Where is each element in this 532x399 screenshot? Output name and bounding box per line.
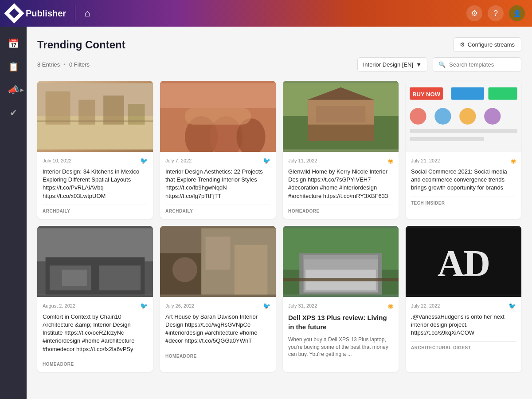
svg-text:BUY NOW: BUY NOW <box>412 91 441 98</box>
svg-rect-4 <box>103 95 124 124</box>
svg-point-25 <box>434 108 451 124</box>
svg-rect-40 <box>235 245 268 294</box>
svg-rect-48 <box>283 278 399 281</box>
page-title: Trending Content <box>37 39 125 51</box>
category-dropdown[interactable]: Interior Design [EN] ▼ <box>357 57 427 72</box>
entries-count: 8 Entries <box>37 61 60 68</box>
card-body: August 2, 2022 🐦 Comfort in Context by C… <box>37 297 153 372</box>
card-date: July 7, 2022 <box>165 158 192 163</box>
card-body: July 26, 2022 🐦 Art House by Sarah Davis… <box>160 297 276 364</box>
card-body: July 7, 2022 🐦 Interior Design Aesthetic… <box>160 152 276 219</box>
card-meta: July 10, 2022 🐦 <box>43 157 148 164</box>
sidebar-item-content[interactable]: 📋 <box>4 57 23 76</box>
table-row[interactable]: AD July 22, 2022 🐦 .@VanessaHudgens is o… <box>406 226 521 372</box>
card-tag: HOMEADORE <box>288 205 393 213</box>
card-meta: July 7, 2022 🐦 <box>165 157 270 164</box>
sidebar-item-calendar[interactable]: 📅 <box>4 34 23 53</box>
svg-rect-29 <box>410 137 484 141</box>
filter-info: 8 Entries • 0 Filters <box>37 61 90 68</box>
card-meta: July 11, 2022 ◉ <box>288 157 393 164</box>
card-title: .@VanessaHudgens is onto her next interi… <box>411 313 516 337</box>
svg-rect-34 <box>99 265 141 290</box>
card-tag: HOMEADORE <box>165 350 270 359</box>
header-divider <box>75 5 75 21</box>
card-title: Social Commerce 2021: Social media and e… <box>411 168 516 192</box>
chevron-down-icon: ▼ <box>416 61 422 68</box>
card-body: July 22, 2022 🐦 .@VanessaHudgens is onto… <box>406 297 521 356</box>
table-row[interactable]: July 10, 2022 🐦 Interior Design: 34 Kitc… <box>37 81 153 219</box>
cards-grid: July 10, 2022 🐦 Interior Design: 34 Kitc… <box>37 81 521 372</box>
svg-rect-11 <box>185 108 251 124</box>
card-excerpt: When you buy a Dell XPS 13 Plus laptop, … <box>288 336 393 358</box>
sidebar-item-approvals[interactable]: ✔ <box>4 103 23 122</box>
category-label: Interior Design [EN] <box>363 61 413 68</box>
home-icon[interactable]: ⌂ <box>84 8 90 19</box>
svg-rect-17 <box>316 106 366 122</box>
campaigns-icon: 📣 <box>8 84 19 95</box>
sidebar: 📅 📋 📣 ▶ ✔ <box>0 27 27 399</box>
svg-point-41 <box>172 257 197 282</box>
configure-streams-button[interactable]: ⚙ Configure streams <box>453 37 521 52</box>
avatar[interactable]: 👤 <box>509 5 525 21</box>
rss-icon: ◉ <box>388 157 393 164</box>
settings-button[interactable]: ⚙ <box>466 5 482 21</box>
svg-point-26 <box>459 108 476 124</box>
configure-streams-label: Configure streams <box>468 41 515 48</box>
card-title: Dell XPS 13 Plus review: Living in the f… <box>288 313 393 332</box>
svg-rect-28 <box>410 129 517 133</box>
app-name: Publisher <box>26 8 66 19</box>
twitter-icon: 🐦 <box>140 157 148 164</box>
card-title: Interior Design Aesthetics: 22 Projects … <box>165 168 270 200</box>
svg-rect-46 <box>304 255 378 259</box>
card-meta: July 22, 2022 🐦 <box>411 302 516 309</box>
app-logo[interactable]: Publisher <box>7 6 66 20</box>
card-date: July 10, 2022 <box>43 158 71 163</box>
card-tag: ARCHDAILY <box>43 205 148 213</box>
card-meta: July 21, 2022 ◉ <box>411 157 516 164</box>
card-date: July 31, 2022 <box>288 303 317 308</box>
card-date: July 21, 2022 <box>411 158 440 163</box>
card-title: Glenwild Home by Kerry Nicole Interior D… <box>288 168 393 200</box>
search-input[interactable] <box>449 61 516 68</box>
main-content: Trending Content ⚙ Configure streams 8 E… <box>27 27 532 399</box>
sidebar-item-campaigns[interactable]: 📣 ▶ <box>4 80 23 99</box>
card-date: July 11, 2022 <box>288 158 317 163</box>
table-row[interactable]: August 2, 2022 🐦 Comfort in Context by C… <box>37 226 153 372</box>
svg-rect-23 <box>488 87 517 100</box>
card-title: Art House by Sarah Davison Interior Desi… <box>165 313 270 345</box>
card-date: August 2, 2022 <box>43 303 75 308</box>
table-row[interactable]: July 26, 2022 🐦 Art House by Sarah Davis… <box>160 226 276 372</box>
filter-separator: • <box>63 61 66 68</box>
expand-arrow-icon: ▶ <box>20 87 24 92</box>
content-icon: 📋 <box>8 61 19 72</box>
rss-icon: ◉ <box>511 157 516 164</box>
card-date: July 26, 2022 <box>165 303 194 308</box>
table-row[interactable]: BUY NOW July 21, 2022 ◉ <box>406 81 521 219</box>
help-button[interactable]: ? <box>488 5 504 21</box>
svg-rect-6 <box>37 120 153 122</box>
svg-point-27 <box>484 108 501 124</box>
table-row[interactable]: July 7, 2022 🐦 Interior Design Aesthetic… <box>160 81 276 219</box>
card-tag: HOMEADORE <box>43 358 148 367</box>
calendar-icon: 📅 <box>8 38 19 49</box>
twitter-icon: 🐦 <box>140 302 148 309</box>
app-header: Publisher ⌂ ⚙ ? 👤 <box>0 0 532 27</box>
filters-count: 0 Filters <box>69 61 90 68</box>
table-row[interactable]: July 11, 2022 ◉ Glenwild Home by Kerry N… <box>283 81 399 219</box>
svg-text:AD: AD <box>438 242 489 284</box>
twitter-icon: 🐦 <box>509 302 516 309</box>
main-layout: 📅 📋 📣 ▶ ✔ Trending Content ⚙ Configure s… <box>0 27 532 399</box>
svg-rect-12 <box>160 83 276 108</box>
card-body: July 21, 2022 ◉ Social Commerce 2021: So… <box>406 152 521 211</box>
card-tag: ARCHITECTURAL DIGEST <box>411 341 516 350</box>
card-body: July 11, 2022 ◉ Glenwild Home by Kerry N… <box>283 152 399 219</box>
card-title: Comfort in Context by Chain10 Architectu… <box>43 313 148 353</box>
avatar-initials: 👤 <box>513 10 521 17</box>
approvals-icon: ✔ <box>10 107 17 118</box>
header-actions: ⚙ ? 👤 <box>466 5 525 21</box>
search-icon: 🔍 <box>438 61 446 68</box>
logo-diamond-icon <box>4 3 24 23</box>
svg-point-24 <box>410 108 426 124</box>
content-header: Trending Content ⚙ Configure streams <box>37 37 521 52</box>
table-row[interactable]: July 31, 2022 ◉ Dell XPS 13 Plus review:… <box>283 226 399 372</box>
